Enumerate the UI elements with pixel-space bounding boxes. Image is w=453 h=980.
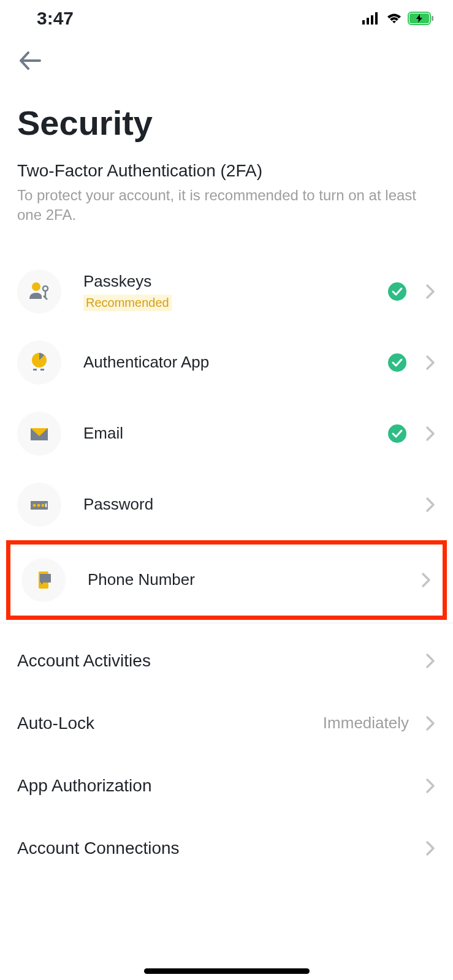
check-icon xyxy=(388,282,406,301)
chevron-right-icon xyxy=(425,652,436,669)
status-bar: 3:47 xyxy=(0,0,453,37)
list-item-phone-number[interactable]: Phone Number xyxy=(6,540,447,620)
item-label: Email xyxy=(83,424,388,443)
section-header-2fa: Two-Factor Authentication (2FA) To prote… xyxy=(0,161,453,225)
chevron-right-icon xyxy=(425,283,436,300)
chevron-right-icon xyxy=(425,496,436,513)
svg-rect-6 xyxy=(432,16,433,21)
authenticator-icon-circle xyxy=(17,341,61,385)
item-label: Auto-Lock xyxy=(17,714,323,733)
item-label: Password xyxy=(83,495,425,514)
svg-point-19 xyxy=(42,503,45,507)
status-time: 3:47 xyxy=(37,8,74,29)
item-label: Account Connections xyxy=(17,839,425,858)
item-value: Immediately xyxy=(323,714,409,733)
item-text: Password xyxy=(83,495,425,514)
phone-icon xyxy=(31,568,56,592)
svg-point-17 xyxy=(33,503,36,507)
passkeys-icon-circle xyxy=(17,270,61,314)
home-indicator[interactable] xyxy=(144,968,310,974)
section-title: Two-Factor Authentication (2FA) xyxy=(17,161,436,181)
svg-point-15 xyxy=(388,424,406,443)
svg-point-18 xyxy=(37,503,40,507)
svg-rect-1 xyxy=(367,18,369,24)
section-description: To protect your account, it is recommend… xyxy=(17,186,436,225)
svg-rect-2 xyxy=(371,15,373,24)
item-label: Passkeys xyxy=(83,272,388,291)
password-icon xyxy=(27,492,51,517)
item-label: App Authorization xyxy=(17,776,425,796)
tfa-list: Passkeys Recommended Authenticator App xyxy=(0,256,453,620)
list-item-auto-lock[interactable]: Auto-Lock Immediately xyxy=(0,692,453,755)
chevron-right-icon xyxy=(425,425,436,442)
item-text: Passkeys Recommended xyxy=(83,272,388,311)
settings-list: Account Activities Auto-Lock Immediately… xyxy=(0,630,453,880)
svg-rect-12 xyxy=(40,369,44,371)
email-icon xyxy=(27,421,51,446)
chevron-right-icon xyxy=(421,571,432,589)
chevron-right-icon xyxy=(425,715,436,732)
passkey-icon xyxy=(27,279,51,304)
list-item-account-connections[interactable]: Account Connections xyxy=(0,817,453,880)
phone-icon-circle xyxy=(21,558,66,602)
chevron-right-icon xyxy=(425,354,436,371)
email-icon-circle xyxy=(17,412,61,456)
item-text: Phone Number xyxy=(88,570,421,589)
password-icon-circle xyxy=(17,483,61,527)
check-icon xyxy=(388,424,406,443)
list-item-email[interactable]: Email xyxy=(0,398,453,469)
cellular-icon xyxy=(362,12,381,24)
page-title: Security xyxy=(0,85,453,161)
list-item-account-activities[interactable]: Account Activities xyxy=(0,630,453,692)
svg-rect-0 xyxy=(362,20,365,24)
item-text: Email xyxy=(83,424,388,443)
nav-bar xyxy=(0,37,453,85)
list-item-passkeys[interactable]: Passkeys Recommended xyxy=(0,256,453,327)
back-button[interactable] xyxy=(18,49,42,72)
list-item-authenticator[interactable]: Authenticator App xyxy=(0,327,453,398)
svg-point-7 xyxy=(32,282,40,291)
svg-point-8 xyxy=(43,286,48,291)
item-label: Account Activities xyxy=(17,651,425,671)
item-label: Phone Number xyxy=(88,570,421,589)
recommended-badge: Recommended xyxy=(83,295,172,311)
battery-icon xyxy=(408,12,435,25)
authenticator-icon xyxy=(27,350,51,375)
list-item-app-authorization[interactable]: App Authorization xyxy=(0,755,453,817)
chevron-right-icon xyxy=(425,840,436,857)
item-text: Authenticator App xyxy=(83,353,388,372)
svg-point-9 xyxy=(388,282,406,301)
svg-rect-3 xyxy=(375,12,378,24)
wifi-icon xyxy=(386,12,403,24)
check-icon xyxy=(388,353,406,372)
svg-point-13 xyxy=(388,353,406,372)
svg-rect-20 xyxy=(45,503,47,507)
arrow-left-icon xyxy=(19,51,41,70)
svg-rect-11 xyxy=(33,369,37,371)
status-icons xyxy=(362,12,435,25)
svg-rect-22 xyxy=(40,574,51,582)
divider xyxy=(0,622,453,624)
list-item-password[interactable]: Password xyxy=(0,469,453,540)
item-label: Authenticator App xyxy=(83,353,388,372)
chevron-right-icon xyxy=(425,777,436,794)
